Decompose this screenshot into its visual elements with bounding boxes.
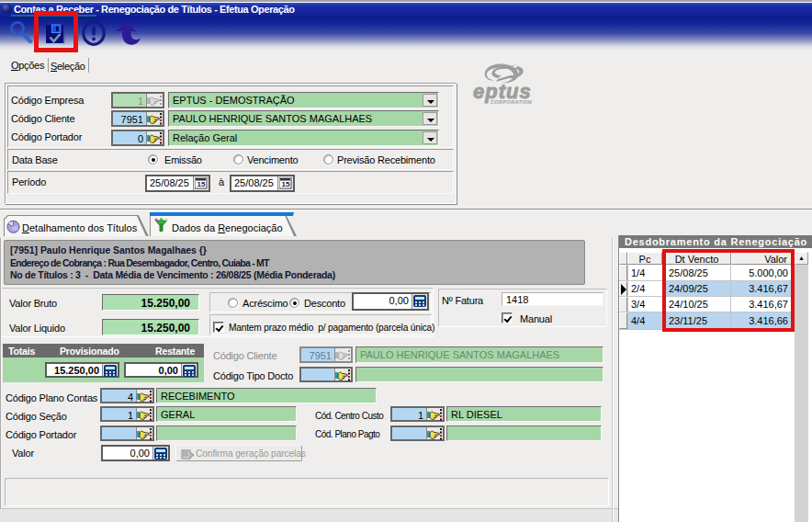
svg-text:15: 15	[282, 180, 290, 188]
svg-text:CORPORATION: CORPORATION	[491, 99, 533, 105]
svg-text:15: 15	[197, 180, 206, 188]
